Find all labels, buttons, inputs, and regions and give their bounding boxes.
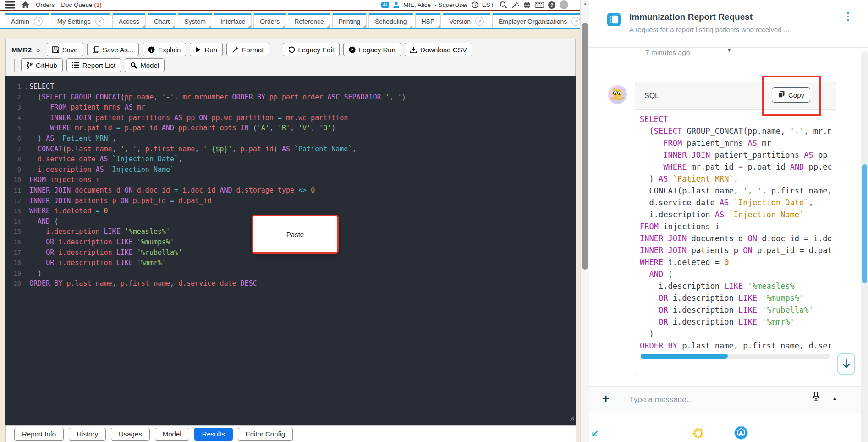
button-label: Run	[204, 46, 217, 54]
editor-line[interactable]: 4 INNER JOIN patient_partitions AS pp ON…	[5, 113, 576, 123]
chat-code-line: OR i.description LIKE '%mmr%'	[640, 316, 831, 328]
attach-plus-button[interactable]: +	[602, 392, 610, 406]
ai-badge[interactable]: AI	[381, 2, 389, 8]
download-csv-button[interactable]: Download CSV	[405, 43, 472, 56]
tab-my-settings[interactable]: My Settings↗	[51, 13, 110, 28]
editor-line[interactable]: 7 CONCAT(p.last_name, ', ', p.first_name…	[5, 144, 576, 155]
globe-icon[interactable]	[523, 1, 531, 9]
fold-chevron-icon[interactable]: ▾	[26, 83, 28, 94]
keyboard-icon[interactable]	[535, 2, 544, 8]
line-number: 6	[5, 133, 24, 144]
collapse-caret-icon[interactable]: ▼	[727, 48, 731, 53]
tab-printing[interactable]: Printing	[332, 13, 367, 28]
tab-reference[interactable]: Reference	[288, 13, 330, 28]
message-composer: + Type a message... ▲	[589, 386, 868, 414]
tab-hsp[interactable]: HSP	[415, 13, 441, 28]
github-button[interactable]: GitHub	[21, 58, 63, 72]
tab-chart[interactable]: Chart	[148, 13, 176, 28]
current-user-role: - SuperUser	[434, 1, 468, 8]
chat-code-line: ORDER BY p.last_name, p.first_name, d.se…	[640, 340, 831, 352]
tab-label: Admin	[11, 18, 29, 25]
save-as--button[interactable]: Save As...	[87, 43, 139, 56]
tab-system[interactable]: System	[178, 13, 212, 28]
editor-line[interactable]: 9 i.description AS `Injection Name`	[5, 165, 576, 175]
tab-version[interactable]: Version↗	[443, 13, 490, 28]
save-button[interactable]: Save	[47, 43, 83, 56]
current-user-name[interactable]: MIE, Alice	[403, 1, 431, 8]
editor-resize-grip[interactable]	[568, 414, 574, 424]
copy-button[interactable]: Copy	[772, 87, 810, 103]
editor-line[interactable]: 8 d.service_date AS `Injection Date`,	[5, 154, 576, 165]
emr-application-window: Orders Doc Queue (3) AI MIE, Alice - Sup…	[0, 0, 580, 442]
bottom-tab-editor-config[interactable]: Editor Config	[238, 428, 293, 441]
microphone-icon[interactable]	[813, 392, 819, 403]
scrollbar-up-arrow-icon[interactable]: ▲	[581, 1, 590, 6]
editor-line[interactable]: 10FROM injections i	[5, 175, 576, 185]
tab-employer-organizations[interactable]: Employer Organizations↗	[492, 13, 580, 28]
line-number: 11	[5, 185, 24, 196]
editor-line[interactable]: 11INNER JOIN documents d ON d.doc_id = i…	[5, 185, 576, 196]
app-vertical-scrollbar[interactable]: ▲	[580, 0, 589, 442]
svg-text:?: ?	[550, 2, 554, 8]
legacy-run-button[interactable]: Legacy Run	[343, 43, 401, 56]
tab-scheduling[interactable]: Scheduling	[368, 13, 413, 28]
tab-orders[interactable]: Orders	[253, 13, 286, 28]
bottom-tab-results[interactable]: Results	[194, 428, 233, 441]
editor-line[interactable]: 6 ) AS `Patient MRN`,	[5, 133, 576, 144]
chat-code-line: FROM injections i	[640, 221, 831, 232]
editor-line[interactable]: 12INNER JOIN patients p ON p.pat_id = d.…	[5, 196, 576, 206]
organization-badge-icon[interactable]	[734, 426, 748, 442]
report-list-button[interactable]: Report List	[66, 58, 121, 72]
copy-icon	[778, 90, 785, 99]
scroll-to-bottom-button[interactable]	[837, 353, 855, 375]
home-icon[interactable]	[22, 1, 29, 9]
editor-line[interactable]: 1▾SELECT	[5, 82, 576, 92]
help-icon[interactable]: ?	[548, 1, 555, 9]
composer-collapse-caret-icon[interactable]: ▲	[832, 395, 838, 402]
external-link-icon[interactable]: ↗	[95, 17, 104, 26]
explain-button[interactable]: iExplain	[143, 43, 186, 56]
line-number: 19	[5, 268, 24, 279]
external-link-icon[interactable]: ↗	[34, 17, 43, 26]
tab-access[interactable]: Access	[112, 13, 146, 28]
nav-doc-queue-link[interactable]: Doc Queue (3)	[61, 1, 102, 8]
editor-line[interactable]: 19 )	[5, 268, 576, 279]
chat-code-line: INNER JOIN patients p ON p.pat_id = d.pa…	[640, 244, 831, 256]
down-arrow-icon	[842, 359, 851, 369]
bottom-tab-history[interactable]: History	[69, 428, 106, 441]
chat-code-line: i.description AS `Injection Name`	[640, 209, 831, 221]
bottom-tab-usages[interactable]: Usages	[111, 428, 150, 441]
chat-code-line: INNER JOIN documents d ON d.doc_id = i.d…	[640, 232, 831, 244]
panel-scrollbar-thumb[interactable]	[862, 164, 867, 283]
tab-interface[interactable]: Interface	[214, 13, 252, 28]
wand-icon[interactable]	[511, 1, 519, 9]
editor-line[interactable]: 18 OR i.description LIKE '%mmr%'	[5, 258, 576, 268]
format-button[interactable]: Format	[226, 43, 269, 56]
tab-admin[interactable]: Admin↗	[5, 13, 49, 28]
model-button[interactable]: Model	[125, 58, 165, 72]
bottom-tab-report-info[interactable]: Report Info	[14, 428, 64, 441]
editor-line[interactable]: 3 FROM patient_mrns AS mr	[5, 102, 576, 113]
editor-line[interactable]: 5 WHERE mr.pat_id = p.pat_id AND pp.echa…	[5, 123, 576, 133]
message-input[interactable]: Type a message...	[629, 395, 693, 404]
bottom-tab-model[interactable]: Model	[155, 428, 189, 441]
legacy-edit-button[interactable]: Legacy Edit	[283, 43, 340, 56]
line-number: 2	[5, 92, 24, 103]
report-name-expander[interactable]: »	[36, 46, 40, 54]
nav-orders-link[interactable]: Orders	[36, 1, 55, 8]
run-button[interactable]: Run	[190, 43, 223, 56]
line-number: 15	[5, 227, 24, 237]
scrollbar-thumb[interactable]	[582, 23, 588, 270]
editor-line[interactable]: 2 (SELECT GROUP_CONCAT(pp.name, '-', mr.…	[5, 92, 576, 103]
corner-teal-arrow-icon[interactable]	[590, 429, 599, 441]
sun-ring-icon[interactable]	[692, 427, 705, 442]
search-icon[interactable]	[500, 1, 507, 9]
external-link-icon[interactable]: ↗	[475, 17, 484, 26]
hamburger-menu-icon[interactable]	[5, 1, 15, 9]
paste-context-menu-item[interactable]: Paste	[252, 215, 339, 254]
copy-button-label: Copy	[788, 91, 804, 99]
external-link-icon[interactable]: ↗	[571, 17, 580, 26]
editor-line[interactable]: 20ORDER BY p.last_name, p.first_name, d.…	[5, 278, 576, 289]
kebab-menu-icon[interactable]	[847, 12, 849, 21]
line-number: 12	[5, 196, 24, 206]
